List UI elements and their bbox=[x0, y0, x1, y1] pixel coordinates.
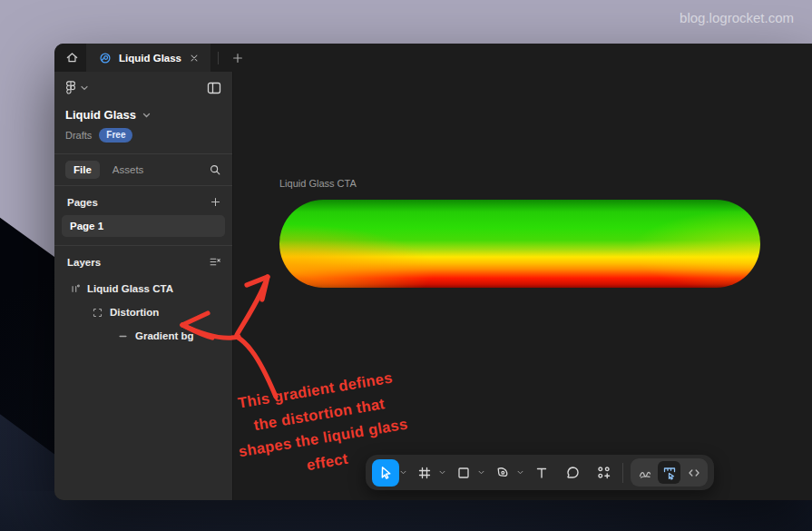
layers-section: Layers Liquid Glass CTA bbox=[54, 246, 232, 500]
file-thumbnail-icon bbox=[99, 52, 112, 64]
layer-gradient-bg[interactable]: Gradient bg bbox=[62, 324, 225, 348]
plan-badge: Free bbox=[99, 128, 132, 143]
tab-divider bbox=[218, 52, 219, 64]
auto-layout-frame-icon bbox=[69, 283, 81, 295]
sidebar-header: Liquid Glass Drafts Free bbox=[54, 72, 232, 153]
home-icon bbox=[65, 51, 79, 64]
project-title[interactable]: Liquid Glass bbox=[65, 108, 136, 122]
line-icon bbox=[117, 330, 129, 342]
pen-tool-button[interactable] bbox=[489, 459, 516, 487]
chevron-down-icon[interactable] bbox=[439, 470, 445, 475]
group-icon bbox=[92, 307, 103, 319]
plus-icon bbox=[231, 52, 244, 64]
bottom-toolbar bbox=[366, 455, 714, 490]
tab-label: Liquid Glass bbox=[119, 53, 181, 64]
actions-dots-plus-icon bbox=[596, 465, 611, 480]
dev-mode-code-button[interactable] bbox=[682, 461, 705, 484]
collapse-layers-button[interactable] bbox=[209, 256, 221, 268]
pen-nib-icon bbox=[495, 466, 510, 480]
comment-bubble-icon bbox=[565, 465, 581, 480]
move-tool-button[interactable] bbox=[372, 459, 399, 487]
shape-tool-button[interactable] bbox=[450, 459, 477, 487]
comment-tool-button[interactable] bbox=[559, 459, 586, 487]
tab-file[interactable]: File bbox=[65, 161, 100, 179]
pages-header: Pages bbox=[67, 197, 98, 208]
chevron-down-icon[interactable] bbox=[517, 470, 523, 475]
layer-distortion[interactable]: Distortion bbox=[62, 300, 225, 324]
measure-tool-button[interactable] bbox=[658, 461, 680, 484]
figma-menu-button[interactable] bbox=[65, 81, 88, 95]
scribble-icon bbox=[638, 466, 652, 480]
text-icon bbox=[534, 466, 549, 480]
layer-label: Distortion bbox=[110, 307, 159, 318]
text-tool-button[interactable] bbox=[528, 459, 555, 487]
tab-assets[interactable]: Assets bbox=[113, 164, 144, 175]
sidebar-tabs: File Assets bbox=[54, 154, 232, 185]
desktop: blog.logrocket.com Liquid Glass bbox=[0, 0, 812, 531]
home-button[interactable] bbox=[59, 47, 84, 69]
layer-liquid-glass-cta[interactable]: Liquid Glass CTA bbox=[62, 277, 225, 300]
frame-tool-button[interactable] bbox=[411, 459, 438, 487]
layers-header: Layers bbox=[67, 257, 101, 268]
actions-tool-button[interactable] bbox=[590, 459, 617, 487]
chevron-down-icon[interactable] bbox=[400, 470, 406, 475]
collapse-layers-icon bbox=[209, 256, 221, 268]
code-icon bbox=[687, 466, 701, 480]
pages-section: Pages Page 1 bbox=[54, 186, 232, 245]
figma-window: Liquid Glass bbox=[54, 44, 812, 500]
frame-hash-icon bbox=[417, 466, 432, 480]
window-body: Liquid Glass Drafts Free File Assets bbox=[54, 72, 812, 500]
page-label: Page 1 bbox=[70, 221, 103, 231]
layer-label: Liquid Glass CTA bbox=[87, 283, 173, 294]
rectangle-icon bbox=[456, 466, 471, 480]
search-button[interactable] bbox=[209, 163, 221, 176]
ruler-cursor-icon bbox=[662, 466, 677, 480]
search-icon bbox=[209, 163, 221, 176]
new-tab-button[interactable] bbox=[226, 46, 249, 70]
tab-liquid-glass[interactable]: Liquid Glass bbox=[86, 44, 210, 72]
gradient-pill-layer[interactable] bbox=[279, 200, 760, 288]
move-cursor-icon bbox=[378, 465, 394, 480]
tab-bar: Liquid Glass bbox=[54, 44, 812, 72]
panel-toggle-button[interactable] bbox=[207, 82, 221, 94]
figma-menu-icon bbox=[65, 81, 76, 95]
chevron-down-icon[interactable] bbox=[142, 113, 151, 118]
layout-panel-icon bbox=[207, 82, 221, 94]
close-tab-icon[interactable] bbox=[189, 53, 200, 64]
frame-label[interactable]: Liquid Glass CTA bbox=[279, 178, 357, 189]
site-watermark: blog.logrocket.com bbox=[680, 10, 794, 25]
plus-icon bbox=[210, 196, 221, 208]
left-sidebar: Liquid Glass Drafts Free File Assets bbox=[54, 72, 233, 500]
project-location[interactable]: Drafts bbox=[65, 130, 92, 141]
layer-label: Gradient bg bbox=[135, 330, 194, 341]
canvas[interactable]: Liquid Glass CTA bbox=[233, 72, 812, 500]
chevron-down-icon[interactable] bbox=[478, 470, 484, 475]
draw-tool-button[interactable] bbox=[633, 461, 656, 484]
chevron-down-icon bbox=[81, 85, 88, 91]
add-page-button[interactable] bbox=[210, 196, 221, 208]
dev-tool-group bbox=[631, 458, 708, 487]
page-item[interactable]: Page 1 bbox=[62, 215, 225, 237]
toolbar-divider bbox=[622, 463, 623, 483]
